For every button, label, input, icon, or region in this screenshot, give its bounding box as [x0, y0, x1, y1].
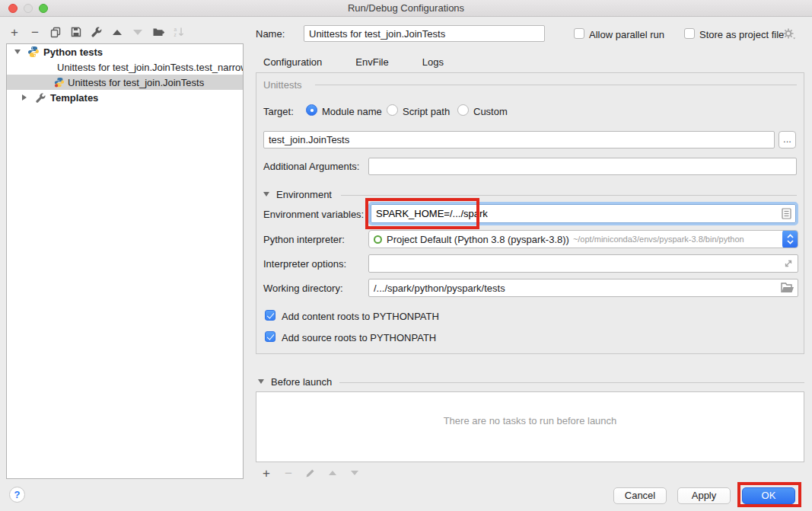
- before-launch-divider: [339, 382, 804, 383]
- add-content-roots-checkbox[interactable]: [265, 310, 275, 321]
- plus-icon: +: [11, 26, 18, 39]
- minus-icon: −: [31, 26, 39, 39]
- wrench-icon: [91, 26, 103, 38]
- pencil-icon: [305, 468, 316, 478]
- target-custom-radio[interactable]: [457, 104, 469, 116]
- up-triangle-icon: [113, 30, 122, 35]
- add-configuration-button[interactable]: +: [8, 25, 21, 39]
- save-icon: [70, 26, 82, 38]
- folder-plus-icon: [152, 26, 165, 38]
- target-input[interactable]: [263, 131, 775, 149]
- apply-button[interactable]: Apply: [677, 487, 731, 504]
- copy-configuration-button[interactable]: [49, 25, 62, 39]
- environment-variables-input[interactable]: [371, 204, 796, 223]
- remove-configuration-button[interactable]: −: [28, 25, 42, 39]
- titlebar: Run/Debug Configurations: [0, 0, 812, 17]
- conda-interpreter-icon: [374, 235, 382, 244]
- dropdown-stepper[interactable]: [782, 230, 798, 248]
- store-as-project-file-checkbox[interactable]: [684, 28, 695, 39]
- help-button[interactable]: ?: [9, 487, 25, 503]
- python-interpreter-path: ~/opt/miniconda3/envs/pyspark-3.8/bin/py…: [573, 235, 744, 244]
- add-source-roots-label: Add source roots to PYTHONPATH: [282, 332, 436, 343]
- tree-item-label: Python tests: [43, 46, 103, 58]
- wrench-icon: [35, 92, 46, 104]
- up-triangle-icon: [329, 471, 336, 475]
- tree-item-templates[interactable]: Templates: [7, 90, 243, 105]
- expand-field-icon[interactable]: [782, 257, 794, 270]
- working-directory-label: Working directory:: [263, 283, 343, 294]
- up-down-chevrons-icon: [786, 233, 794, 245]
- environment-collapse-icon[interactable]: [263, 192, 269, 196]
- python-interpreter-label: Python interpreter:: [263, 234, 345, 245]
- edit-variables-icon[interactable]: [782, 208, 791, 219]
- allow-parallel-run-checkbox[interactable]: [574, 28, 584, 39]
- save-configuration-button[interactable]: [69, 25, 83, 39]
- unittests-group-title: Unittests: [263, 79, 302, 91]
- before-launch-empty-message: There are no tasks to run before launch: [256, 415, 804, 426]
- interpreter-options-label: Interpreter options:: [263, 258, 346, 270]
- tree-item-label: Templates: [50, 92, 98, 104]
- tree-item-label: Unittests for test_join.JoinTests: [68, 77, 204, 88]
- minus-icon: −: [285, 467, 292, 480]
- collapse-node-icon[interactable]: [14, 50, 21, 54]
- target-custom-label: Custom: [473, 106, 508, 117]
- target-label: Target:: [263, 106, 294, 117]
- additional-arguments-label: Additional Arguments:: [263, 161, 359, 172]
- down-triangle-icon: [351, 471, 358, 475]
- before-launch-collapse-icon[interactable]: [258, 379, 264, 384]
- tree-item-python-tests[interactable]: Python tests: [7, 44, 243, 59]
- target-module-name-radio[interactable]: [306, 104, 317, 116]
- name-input[interactable]: [304, 25, 545, 42]
- move-task-down-button[interactable]: [348, 466, 361, 480]
- move-down-button[interactable]: [131, 25, 145, 39]
- python-interpreter-value: Project Default (Python 3.8 (pyspark-3.8…: [387, 234, 569, 245]
- environment-section-title: Environment: [276, 189, 332, 200]
- open-folder-icon[interactable]: [781, 283, 794, 293]
- sort-az-icon: az: [173, 26, 185, 38]
- environment-variables-field: [368, 202, 798, 225]
- remove-task-button[interactable]: −: [282, 466, 295, 480]
- target-script-path-label: Script path: [403, 106, 450, 117]
- environment-divider: [341, 195, 797, 196]
- working-directory-input[interactable]: [368, 279, 798, 297]
- store-as-project-file-label: Store as project file: [699, 29, 784, 40]
- gear-icon[interactable]: [782, 27, 796, 40]
- plus-icon: +: [263, 467, 270, 480]
- move-task-up-button[interactable]: [326, 466, 339, 480]
- configurations-tree: Python tests Unittests for test_join.Joi…: [6, 43, 244, 479]
- configurations-toolbar: + − az: [8, 24, 186, 40]
- python-interpreter-dropdown[interactable]: Project Default (Python 3.8 (pyspark-3.8…: [368, 230, 798, 248]
- new-folder-button[interactable]: [151, 25, 165, 39]
- move-up-button[interactable]: [110, 25, 124, 39]
- svg-text:z: z: [174, 32, 177, 37]
- tree-item-unittests-test-narrow[interactable]: Unittests for test_join.JoinTests.test_n…: [7, 59, 243, 75]
- additional-arguments-input[interactable]: [368, 158, 797, 175]
- add-source-roots-checkbox[interactable]: [265, 331, 275, 342]
- before-launch-tasks-box: There are no tasks to run before launch: [256, 391, 804, 462]
- interpreter-options-input[interactable]: [368, 254, 798, 273]
- svg-text:a: a: [174, 27, 177, 32]
- add-content-roots-label: Add content roots to PYTHONPATH: [282, 311, 439, 322]
- copy-icon: [49, 26, 62, 38]
- python-icon: [27, 46, 40, 58]
- ok-button[interactable]: OK: [742, 487, 795, 504]
- target-module-name-label: Module name: [322, 106, 382, 117]
- target-script-path-radio[interactable]: [387, 104, 398, 116]
- browse-target-button[interactable]: ...: [779, 131, 796, 149]
- environment-variables-label: Environment variables:: [263, 209, 364, 220]
- before-launch-title: Before launch: [271, 376, 332, 388]
- cancel-button[interactable]: Cancel: [613, 487, 667, 504]
- allow-parallel-run-label: Allow parallel run: [589, 29, 664, 40]
- add-task-button[interactable]: +: [260, 466, 273, 480]
- sort-configurations-button[interactable]: az: [172, 25, 186, 39]
- name-label: Name:: [256, 28, 285, 40]
- tree-item-label: Unittests for test_join.JoinTests.test_n…: [57, 62, 243, 73]
- group-divider: [315, 85, 797, 85]
- down-triangle-icon: [133, 30, 142, 35]
- edit-templates-button[interactable]: [90, 25, 103, 39]
- python-test-icon: [54, 77, 65, 88]
- window-title: Run/Debug Configurations: [0, 2, 812, 14]
- edit-task-button[interactable]: [304, 466, 317, 480]
- tree-item-unittests-jointests-selected[interactable]: Unittests for test_join.JoinTests: [7, 75, 243, 90]
- expand-node-icon[interactable]: [22, 94, 27, 101]
